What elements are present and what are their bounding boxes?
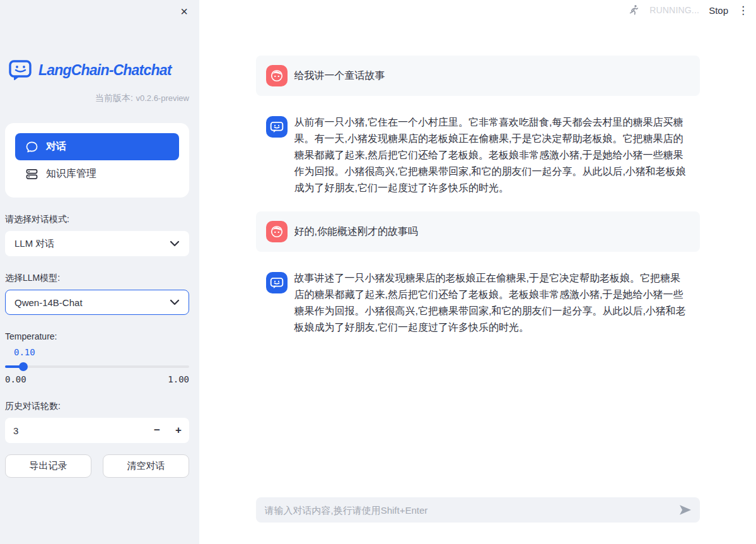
temperature-slider[interactable] xyxy=(5,365,189,368)
temperature-label: Temperature: xyxy=(5,331,189,341)
running-status-text: RUNNING... xyxy=(649,5,699,15)
nav-menu: 对话 知识库管理 xyxy=(5,123,189,198)
sidebar-close-button[interactable]: × xyxy=(177,4,192,19)
chat-message-list: 给我讲一个童话故事 从前有一只小猪,它住在一个小村庄里。它非常喜欢吃甜食,每天都… xyxy=(256,0,700,346)
message-text: 给我讲一个童话故事 xyxy=(294,68,385,84)
app-logo: LangChain-Chatchat xyxy=(5,59,189,81)
sidebar-actions: 导出记录 清空对话 xyxy=(5,454,189,478)
main-area: RUNNING... Stop ⋮ 给我讲一个童话故事 xyxy=(199,0,756,544)
llm-model-select[interactable]: Qwen-14B-Chat xyxy=(5,290,189,315)
message-text: 好的,你能概述刚才的故事吗 xyxy=(294,223,418,240)
version-value: v0.2.6-preview xyxy=(136,93,189,103)
status-toolbar: RUNNING... Stop ⋮ xyxy=(627,4,748,16)
dialog-mode-label: 请选择对话模式: xyxy=(5,214,189,225)
sidebar: × LangChain-Chatchat 当前版本: v0.2.6-previe… xyxy=(0,0,199,544)
slider-range-labels: 0.00 1.00 xyxy=(5,374,189,384)
chevron-down-icon xyxy=(170,240,180,247)
slider-max-label: 1.00 xyxy=(168,374,189,384)
version-label: 当前版本: xyxy=(95,93,133,103)
dialog-mode-value: LLM 对话 xyxy=(15,238,54,250)
temperature-value: 0.10 xyxy=(5,347,189,357)
message-text: 故事讲述了一只小猪发现糖果店的老板娘正在偷糖果,于是它决定帮助老板娘。它把糖果店… xyxy=(294,270,690,336)
export-history-button[interactable]: 导出记录 xyxy=(5,454,91,478)
nav-item-label: 知识库管理 xyxy=(46,167,96,180)
assistant-avatar xyxy=(266,116,288,138)
chevron-down-icon xyxy=(170,299,180,305)
chat-input-bar xyxy=(256,497,700,523)
database-stack-icon xyxy=(26,169,38,180)
chat-bubble-icon xyxy=(26,141,38,153)
chat-message-user: 好的,你能概述刚才的故事吗 xyxy=(256,211,700,252)
decrement-button[interactable]: − xyxy=(146,418,168,443)
llm-model-value: Qwen-14B-Chat xyxy=(15,297,83,308)
nav-item-knowledge-base[interactable]: 知识库管理 xyxy=(15,160,179,187)
chat-message-assistant: 从前有一只小猪,它住在一个小村庄里。它非常喜欢吃甜食,每天都会去村里的糖果店买糖… xyxy=(256,107,700,206)
stop-button[interactable]: Stop xyxy=(709,5,728,16)
history-rounds-label: 历史对话轮数: xyxy=(5,401,189,412)
chat-bubble-logo-icon xyxy=(9,59,33,81)
increment-button[interactable]: + xyxy=(168,418,189,443)
user-avatar xyxy=(266,65,288,86)
llm-model-label: 选择LLM模型: xyxy=(5,273,189,284)
history-rounds-value: 3 xyxy=(13,425,146,436)
app-title: LangChain-Chatchat xyxy=(38,62,172,79)
send-icon[interactable] xyxy=(678,504,692,516)
history-rounds-input[interactable]: 3 − + xyxy=(5,418,189,443)
version-info: 当前版本: v0.2.6-preview xyxy=(5,92,189,104)
assistant-avatar xyxy=(266,272,288,293)
chat-message-assistant: 故事讲述了一只小猪发现糖果店的老板娘正在偷糖果,于是它决定帮助老板娘。它把糖果店… xyxy=(256,263,700,346)
user-avatar xyxy=(266,221,288,242)
chat-input[interactable] xyxy=(265,505,678,516)
clear-chat-button[interactable]: 清空对话 xyxy=(103,454,189,478)
slider-thumb[interactable] xyxy=(19,362,28,371)
overflow-menu-icon[interactable]: ⋮ xyxy=(738,5,748,16)
slider-min-label: 0.00 xyxy=(5,374,26,384)
nav-item-label: 对话 xyxy=(46,140,66,153)
message-text: 从前有一只小猪,它住在一个小村庄里。它非常喜欢吃甜食,每天都会去村里的糖果店买糖… xyxy=(294,114,690,196)
nav-item-dialogue[interactable]: 对话 xyxy=(15,133,179,160)
running-man-icon xyxy=(627,4,640,16)
chat-message-user: 给我讲一个童话故事 xyxy=(256,56,700,96)
dialog-mode-select[interactable]: LLM 对话 xyxy=(5,231,189,256)
app-window: × LangChain-Chatchat 当前版本: v0.2.6-previe… xyxy=(0,0,756,544)
